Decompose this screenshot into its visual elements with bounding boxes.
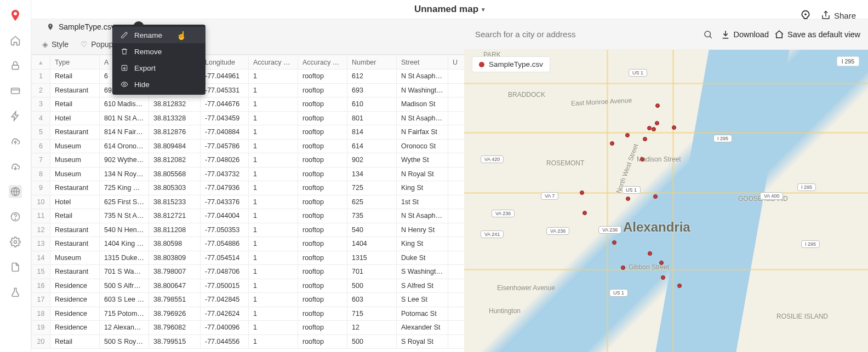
tab-popups[interactable]: ♡ Popup [81,40,113,49]
table-cell: N Washingto... [397,83,448,97]
table-row[interactable]: 4Hotel801 N St Asa...38.813328-77.043459… [32,111,465,125]
layer-selector[interactable]: SampleType.csv ▾ + [31,19,464,34]
hwy-shield: I 295 [797,183,816,191]
table-cell: 1 [249,279,298,293]
card-icon[interactable] [9,84,22,97]
table-row[interactable]: 1Retail68-77.0449611rooftop612N St Asaph… [32,70,465,84]
table-row[interactable]: 15Restaurant701 S Washi...38.798007-77.0… [32,265,465,279]
search-input[interactable] [472,25,701,43]
map-point[interactable] [583,211,587,215]
column-header[interactable]: Accuracy Type [298,55,347,70]
table-row[interactable]: 5Restaurant814 N Fairfa...38.812876-77.0… [32,125,465,140]
map-city-label: Alexandria [623,220,690,235]
table-cell: 725 [347,181,397,195]
svg-rect-2 [12,88,20,94]
table-cell: King St [397,237,448,251]
map-point[interactable] [625,133,630,137]
bolt-icon[interactable] [9,109,22,123]
settings-gear-icon[interactable] [9,235,22,249]
table-row[interactable]: 10Hotel625 First St, ...38.815233-77.043… [32,195,465,209]
paint-icon: ◈ [42,40,48,49]
table-cell: rooftop [298,237,347,251]
globe-icon[interactable] [9,185,22,198]
map-canvas[interactable]: Alexandria BRADDOCK ROSEMONT Huntington … [464,50,868,352]
table-cell: -77.040884 [201,125,249,140]
home-icon[interactable] [9,34,22,47]
table-row[interactable]: 16Residence500 S Alfred ...38.800647-77.… [32,279,465,293]
file-icon[interactable] [9,261,22,274]
table-cell: rooftop [298,167,347,181]
map-point[interactable] [621,266,625,270]
table-row[interactable]: 14Museum1315 Duke S...38.803809-77.05451… [32,251,465,265]
table-row[interactable]: 20Retail500 S Royal S...38.799515-77.044… [32,334,465,349]
context-rename[interactable]: Rename [112,27,205,43]
table-row[interactable]: 9Restaurant725 King St, ...38.805303-77.… [32,181,465,195]
svg-point-9 [123,83,125,85]
table-cell: -77.043459 [201,111,249,125]
hwy-shield: I 295 [801,240,820,248]
map-point[interactable] [659,261,664,265]
table-cell: 2 [32,83,50,97]
table-cell: 1 [249,167,298,181]
table-cell: Restaurant [50,125,100,140]
tab-style[interactable]: ◈ Style [42,40,68,49]
map-point[interactable] [647,126,652,130]
lock-icon[interactable] [9,59,22,72]
context-hide[interactable]: Hide [112,76,205,93]
map-point[interactable] [610,141,614,146]
map-area-label: BRADDOCK [508,91,545,99]
column-header[interactable]: Number [347,55,397,70]
table-row[interactable]: 7Museum902 Wythe S...38.812082-77.048026… [32,153,465,168]
download-cloud-icon[interactable] [9,160,22,173]
context-remove[interactable]: Remove [112,43,205,60]
table-row[interactable]: 3Retail610 Madison...38.812832-77.044676… [32,97,465,112]
table-cell: 38.805568 [149,167,201,181]
upload-cloud-icon[interactable] [9,135,22,148]
table-cell: rooftop [298,293,347,307]
column-header[interactable]: Accuracy Sco... [249,55,298,70]
app-logo-icon[interactable] [9,9,22,22]
map-point[interactable] [677,284,682,288]
table-row[interactable]: 2Restaurant693 N Washi...38.811654-77.04… [32,83,465,97]
table-cell: 715 [347,307,397,321]
table-cell: 134 [347,167,397,181]
map-search[interactable] [472,25,715,43]
map-title[interactable]: Unnamed map ▾ [414,4,485,15]
export-icon [120,64,129,72]
map-point[interactable] [652,127,656,131]
map-point[interactable] [653,194,658,199]
table-cell: -77.048026 [201,153,249,168]
table-cell: 38.811208 [149,223,201,237]
table-row[interactable]: 6Museum614 Oronoco...38.809484-77.045786… [32,139,465,153]
column-header[interactable]: Street [397,55,448,70]
flask-icon[interactable] [9,286,22,299]
save-view-button[interactable]: Save as default view [774,30,860,39]
table-cell [448,265,465,279]
column-header[interactable]: Type [50,55,100,70]
table-cell [448,237,465,251]
table-row[interactable]: 11Retail735 N St Asa...38.812721-77.0440… [32,209,465,223]
table-row[interactable]: 17Residence603 S Lee St, ...38.798551-77… [32,293,465,307]
table-row[interactable]: 19Residence12 Alexander...38.796082-77.0… [32,321,465,335]
column-header[interactable]: ▴ [32,55,50,70]
table-row[interactable]: 8Museum134 N Royal ...38.805568-77.04373… [32,167,465,181]
table-cell [448,83,465,97]
table-cell: 735 [347,209,397,223]
table-cell: 1 [249,195,298,209]
column-header[interactable]: U [448,55,465,70]
table-cell: 11 [32,209,50,223]
table-cell: 38.813328 [149,111,201,125]
context-export[interactable]: Export [112,60,205,76]
search-icon[interactable] [701,27,715,42]
table-cell [448,293,465,307]
table-cell: -77.042845 [201,293,249,307]
download-button[interactable]: Download [721,30,769,39]
table-row[interactable]: 18Residence715 Potomac...38.796926-77.04… [32,307,465,321]
table-cell [448,209,465,223]
data-table[interactable]: ▴TypeALLongitudeAccuracy Sco...Accuracy … [31,54,464,352]
table-cell [448,153,465,168]
table-row[interactable]: 13Restaurant1404 King St,...38.80598-77.… [32,237,465,251]
column-header[interactable]: Longitude [201,55,249,70]
help-circle-icon[interactable] [9,210,22,223]
table-row[interactable]: 12Restaurant540 N Henry ...38.811208-77.… [32,223,465,237]
